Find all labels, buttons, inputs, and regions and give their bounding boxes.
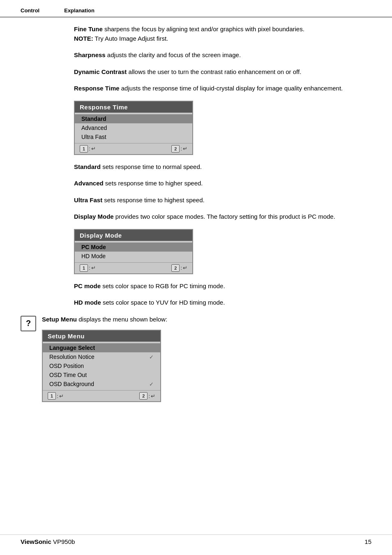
response-time-ultrafast-label: Ultra Fast <box>81 134 106 140</box>
sm-footer-right-num: 2 <box>139 392 148 400</box>
advanced-label: Advanced <box>74 180 104 187</box>
display-mode-hd-label: HD Mode <box>81 253 106 259</box>
sm-footer-right-arrow: ↵ <box>151 393 155 399</box>
header-control-label: Control <box>21 7 39 14</box>
sm-footer-left-colon: : <box>57 393 58 399</box>
dm-footer-left: 1 : ↵ <box>80 264 96 272</box>
display-mode-hd-item[interactable]: HD Mode <box>75 252 192 261</box>
footer-page-number: 15 <box>364 538 371 545</box>
page-wrapper: Control Explanation Fine Tune sharpens t… <box>0 0 392 555</box>
dm-footer-right-num: 2 <box>171 264 180 272</box>
sm-footer-right-colon: : <box>148 393 150 399</box>
footer-brand-model: ViewSonic VP950b <box>21 538 75 545</box>
display-mode-menu-footer: 1 : ↵ 2 : ↵ <box>75 262 192 273</box>
setup-osd-background-item[interactable]: OSD Background ✓ <box>43 379 160 388</box>
footer-model: VP950b <box>53 538 75 545</box>
page-footer: ViewSonic VP950b 15 <box>0 534 392 545</box>
sm-footer-left-num: 1 <box>48 392 56 400</box>
sm-footer-left: 1 : ↵ <box>48 392 64 400</box>
response-time-standard-item[interactable]: Standard <box>75 114 192 123</box>
note-label: NOTE: <box>74 35 93 42</box>
setup-menu-row: ? Setup Menu displays the menu shown bel… <box>21 315 371 410</box>
content-area: Fine Tune sharpens the focus by aligning… <box>0 17 392 429</box>
response-time-ultrafast-item[interactable]: Ultra Fast <box>75 132 192 141</box>
display-mode-pc-item[interactable]: PC Mode <box>75 243 192 252</box>
response-time-menu-title: Response Time <box>75 102 192 113</box>
setup-osd-background-label: OSD Background <box>49 381 94 387</box>
question-mark-symbol: ? <box>26 319 31 328</box>
dynamic-contrast-label: Dynamic Contrast <box>74 68 127 75</box>
dm-footer-right-colon: : <box>180 265 182 271</box>
setup-resolution-label: Resolution Notice <box>49 354 95 360</box>
setup-menu-content: Setup Menu displays the menu shown below… <box>42 315 371 410</box>
setup-resolution-check: ✓ <box>149 354 154 360</box>
setup-menu-box: Setup Menu Language Select Resolution No… <box>42 330 161 402</box>
setup-resolution-item[interactable]: Resolution Notice ✓ <box>43 352 160 361</box>
pc-mode-label: PC mode <box>74 282 101 289</box>
display-mode-label: Display Mode <box>74 213 114 220</box>
setup-osd-timeout-label: OSD Time Out <box>49 372 87 378</box>
dm-footer-left-num: 1 <box>80 264 88 272</box>
display-mode-menu-items: PC Mode HD Mode <box>75 241 192 262</box>
advanced-desc-paragraph: Advanced sets response time to higher sp… <box>74 179 371 188</box>
dm-footer-right-arrow: ↵ <box>183 265 187 271</box>
dm-footer-right: 2 : ↵ <box>171 264 187 272</box>
setup-menu-label: Setup Menu <box>42 316 77 323</box>
setup-menu-icon: ? <box>21 316 36 331</box>
setup-language-item[interactable]: Language Select <box>43 343 160 352</box>
sharpness-paragraph: Sharpness adjusts the clarity and focus … <box>74 51 371 60</box>
footer-right-colon: : <box>180 146 182 152</box>
footer-left-arrow: ↵ <box>91 146 96 152</box>
ultra-fast-label: Ultra Fast <box>74 197 102 204</box>
setup-menu-desc-paragraph: Setup Menu displays the menu shown below… <box>42 315 371 324</box>
hd-mode-desc-paragraph: HD mode sets color space to YUV for HD t… <box>74 298 371 308</box>
ultra-fast-desc-paragraph: Ultra Fast sets response time to highest… <box>74 196 371 205</box>
footer-right-arrow: ↵ <box>183 146 187 152</box>
footer-right: 2 : ↵ <box>171 145 187 153</box>
setup-osd-background-check: ✓ <box>149 381 154 387</box>
fine-tune-label: Fine Tune <box>74 25 103 32</box>
response-time-standard-label: Standard <box>81 116 106 122</box>
setup-osd-timeout-item[interactable]: OSD Time Out <box>43 370 160 379</box>
setup-osd-position-label: OSD Position <box>49 363 84 369</box>
response-time-menu-box: Response Time Standard Advanced Ultra Fa… <box>74 101 193 155</box>
footer-left-num: 1 <box>80 145 88 153</box>
fine-tune-paragraph: Fine Tune sharpens the focus by aligning… <box>74 25 371 43</box>
pc-mode-desc-paragraph: PC mode sets color space to RGB for PC t… <box>74 282 371 291</box>
hd-mode-label: HD mode <box>74 299 101 306</box>
display-mode-intro-paragraph: Display Mode provides two color space mo… <box>74 212 371 222</box>
response-time-menu-footer: 1 : ↵ 2 : ↵ <box>75 143 192 154</box>
footer-left-colon: : <box>89 146 90 152</box>
dynamic-contrast-paragraph: Dynamic Contrast allows the user to turn… <box>74 67 371 77</box>
setup-menu-footer: 1 : ↵ 2 : ↵ <box>43 390 160 401</box>
response-time-advanced-label: Advanced <box>81 125 107 131</box>
footer-left: 1 : ↵ <box>80 145 96 153</box>
header-explanation-label: Explanation <box>64 7 95 14</box>
display-mode-menu-title: Display Mode <box>75 230 192 241</box>
response-time-label: Response Time <box>74 85 120 92</box>
response-time-menu-items: Standard Advanced Ultra Fast <box>75 113 192 143</box>
setup-menu-items: Language Select Resolution Notice ✓ OSD … <box>43 342 160 390</box>
standard-desc-paragraph: Standard sets response time to normal sp… <box>74 162 371 172</box>
sm-footer-right: 2 : ↵ <box>139 392 155 400</box>
setup-osd-position-item[interactable]: OSD Position <box>43 361 160 370</box>
display-mode-menu-box: Display Mode PC Mode HD Mode 1 : ↵ 2 : <box>74 229 193 274</box>
dm-footer-left-colon: : <box>89 265 90 271</box>
setup-language-label: Language Select <box>49 345 95 351</box>
sm-footer-left-arrow: ↵ <box>59 393 64 399</box>
standard-label: Standard <box>74 163 101 170</box>
response-time-advanced-item[interactable]: Advanced <box>75 123 192 132</box>
display-mode-pc-label: PC Mode <box>81 244 106 250</box>
sharpness-label: Sharpness <box>74 51 106 58</box>
setup-menu-title: Setup Menu <box>43 331 160 342</box>
footer-right-num: 2 <box>171 145 180 153</box>
response-time-intro-paragraph: Response Time adjusts the response time … <box>74 84 371 93</box>
dm-footer-left-arrow: ↵ <box>91 265 96 271</box>
header-section: Control Explanation <box>0 0 392 17</box>
footer-brand: ViewSonic <box>21 538 51 545</box>
